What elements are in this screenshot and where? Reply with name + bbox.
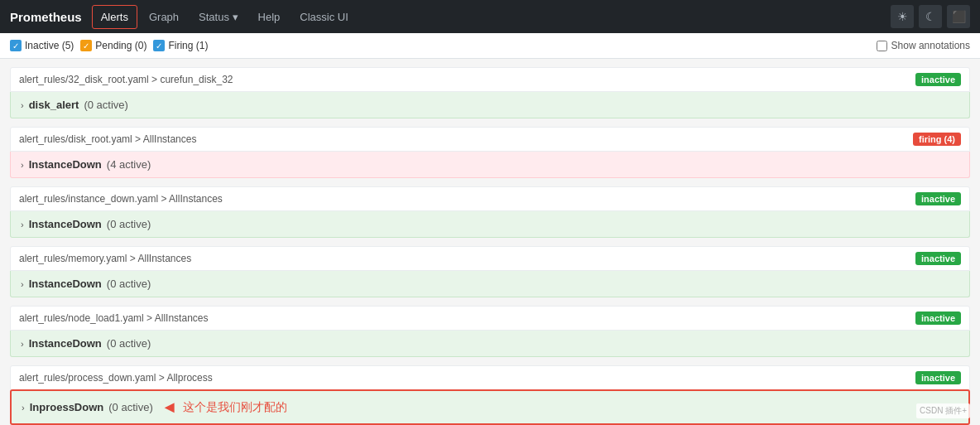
rule-group-6: alert_rules/process_down.yaml > Allproce… bbox=[10, 365, 970, 425]
chip-inactive-label: Inactive (5) bbox=[25, 40, 74, 51]
rule-group-1: alert_rules/32_disk_root.yaml > curefun_… bbox=[10, 67, 970, 118]
rule-group-5-title: alert_rules/node_load1.yaml > AllInstanc… bbox=[19, 312, 208, 324]
rule-group-4-header: alert_rules/memory.yaml > AllInstances i… bbox=[10, 246, 970, 271]
rule-group-4: alert_rules/memory.yaml > AllInstances i… bbox=[10, 246, 970, 297]
rule-group-1-badge: inactive bbox=[915, 73, 961, 86]
rule-group-1-rule-1: › disk_alert (0 active) bbox=[10, 92, 970, 118]
rule-group-3-badge: inactive bbox=[915, 192, 961, 205]
chevron-icon: › bbox=[21, 339, 24, 349]
rule-count: (0 active) bbox=[108, 401, 153, 413]
rule-name: disk_alert bbox=[29, 99, 79, 111]
rule-group-2-badge: firing (4) bbox=[913, 133, 961, 146]
chip-firing[interactable]: ✓ Firing (1) bbox=[153, 40, 208, 51]
rule-count: (4 active) bbox=[107, 158, 151, 171]
theme-sun-button[interactable]: ☀ bbox=[891, 5, 914, 28]
rule-group-6-header: alert_rules/process_down.yaml > Allproce… bbox=[10, 365, 970, 390]
rule-name: InstanceDown bbox=[29, 337, 102, 350]
rule-group-1-header: alert_rules/32_disk_root.yaml > curefun_… bbox=[10, 67, 970, 92]
chip-inactive-checkbox[interactable]: ✓ bbox=[10, 40, 22, 51]
chevron-icon: › bbox=[22, 403, 25, 413]
rule-group-1-title: alert_rules/32_disk_root.yaml > curefun_… bbox=[19, 74, 233, 85]
rule-count: (0 active) bbox=[107, 218, 151, 230]
rule-group-4-rule-1: › InstanceDown (0 active) bbox=[10, 271, 970, 297]
rule-count: (0 active) bbox=[84, 99, 128, 111]
rule-group-5-badge: inactive bbox=[915, 312, 961, 325]
rule-group-2-title: alert_rules/disk_root.yaml > AllInstance… bbox=[19, 133, 196, 145]
rule-name: InproessDown bbox=[30, 401, 104, 413]
chip-pending-checkbox[interactable]: ✓ bbox=[80, 40, 92, 51]
rule-group-4-badge: inactive bbox=[915, 252, 961, 265]
nav-alerts[interactable]: Alerts bbox=[92, 5, 137, 29]
rule-group-3-rule-1: › InstanceDown (0 active) bbox=[10, 211, 970, 238]
rule-count: (0 active) bbox=[107, 278, 151, 290]
show-annotations-label: Show annotations bbox=[891, 40, 970, 51]
chip-firing-checkbox[interactable]: ✓ bbox=[153, 40, 165, 51]
rule-group-6-rule-1-label[interactable]: › InproessDown (0 active) bbox=[22, 401, 153, 413]
chevron-icon: › bbox=[21, 220, 24, 229]
rule-group-6-title: alert_rules/process_down.yaml > Allproce… bbox=[19, 372, 213, 384]
rule-group-5-rule-1-label[interactable]: › InstanceDown (0 active) bbox=[21, 337, 959, 350]
nav-classic-ui[interactable]: Classic UI bbox=[291, 6, 357, 28]
rule-group-5: alert_rules/node_load1.yaml > AllInstanc… bbox=[10, 306, 970, 357]
red-arrow-icon: ◄ bbox=[161, 398, 178, 417]
rule-group-5-header: alert_rules/node_load1.yaml > AllInstanc… bbox=[10, 306, 970, 331]
rule-group-6-annotated-row: › InproessDown (0 active) ◄ 这个是我们刚才配的 bbox=[10, 389, 970, 425]
rule-group-3-header: alert_rules/instance_down.yaml > AllInst… bbox=[10, 186, 970, 211]
rule-group-1-rule-1-label[interactable]: › disk_alert (0 active) bbox=[21, 99, 959, 111]
nav-status[interactable]: Status ▾ bbox=[190, 6, 246, 28]
arrow-annotation: ◄ 这个是我们刚才配的 bbox=[161, 398, 287, 417]
watermark: CSDN 插件+ bbox=[916, 403, 970, 418]
chevron-icon: › bbox=[21, 100, 24, 110]
rule-group-3-title: alert_rules/instance_down.yaml > AllInst… bbox=[19, 193, 223, 205]
rule-name: InstanceDown bbox=[29, 278, 102, 290]
show-annotations: Show annotations bbox=[877, 40, 970, 51]
theme-dark-button[interactable]: ⬛ bbox=[947, 5, 970, 28]
rule-name: InstanceDown bbox=[29, 158, 102, 171]
nav-help[interactable]: Help bbox=[250, 6, 289, 28]
rule-group-6-badge: inactive bbox=[915, 371, 961, 384]
filter-chips: ✓ Inactive (5) ✓ Pending (0) ✓ Firing (1… bbox=[10, 40, 208, 51]
rule-group-2-rule-1-label[interactable]: › InstanceDown (4 active) bbox=[21, 158, 959, 171]
rule-group-4-rule-1-label[interactable]: › InstanceDown (0 active) bbox=[21, 278, 959, 290]
rule-group-2-header: alert_rules/disk_root.yaml > AllInstance… bbox=[10, 127, 970, 152]
navbar-brand[interactable]: Prometheus bbox=[10, 10, 82, 24]
chevron-icon: › bbox=[21, 279, 24, 289]
annotation-text: 这个是我们刚才配的 bbox=[183, 400, 287, 415]
rule-group-2: alert_rules/disk_root.yaml > AllInstance… bbox=[10, 127, 970, 178]
chevron-icon: › bbox=[21, 160, 24, 170]
rule-group-3: alert_rules/instance_down.yaml > AllInst… bbox=[10, 186, 970, 238]
show-annotations-checkbox[interactable] bbox=[877, 41, 887, 51]
rule-group-2-rule-1: › InstanceDown (4 active) bbox=[10, 152, 970, 178]
content: alert_rules/32_disk_root.yaml > curefun_… bbox=[0, 59, 980, 425]
rule-group-4-title: alert_rules/memory.yaml > AllInstances bbox=[19, 253, 191, 264]
rule-group-3-rule-1-label[interactable]: › InstanceDown (0 active) bbox=[21, 218, 959, 230]
theme-moon-button[interactable]: ☾ bbox=[919, 5, 942, 28]
rule-name: InstanceDown bbox=[29, 218, 102, 230]
chip-firing-label: Firing (1) bbox=[168, 40, 208, 51]
navbar: Prometheus Alerts Graph Status ▾ Help Cl… bbox=[0, 0, 980, 33]
chip-inactive[interactable]: ✓ Inactive (5) bbox=[10, 40, 74, 51]
chip-pending[interactable]: ✓ Pending (0) bbox=[80, 40, 147, 51]
filter-bar: ✓ Inactive (5) ✓ Pending (0) ✓ Firing (1… bbox=[0, 33, 980, 59]
nav-icons: ☀ ☾ ⬛ bbox=[891, 5, 970, 28]
rule-group-5-rule-1: › InstanceDown (0 active) bbox=[10, 331, 970, 357]
nav-graph[interactable]: Graph bbox=[141, 6, 187, 28]
chip-pending-label: Pending (0) bbox=[95, 40, 147, 51]
rule-count: (0 active) bbox=[107, 337, 151, 350]
